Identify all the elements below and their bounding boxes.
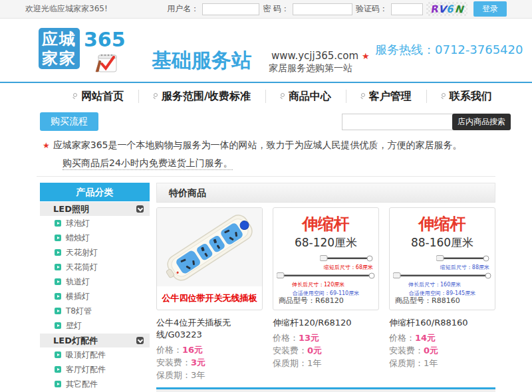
intro-line1: 应城家家365是一个本地购物与服务为一体的网站，致力于为应城人民提供优质，方便的… bbox=[53, 140, 462, 150]
special-products-row: 公牛四位带开关无线插板 公牛4位开关插板无线/G03223 价格：16元 安装费… bbox=[156, 207, 495, 381]
product-warranty-line: 保质期：3年 bbox=[156, 369, 263, 381]
captcha-image[interactable]: RV6N bbox=[426, 2, 467, 16]
product-warranty-line: 保质期：1年 bbox=[273, 357, 379, 369]
long-rod-image bbox=[277, 272, 375, 280]
short-rod-image bbox=[320, 254, 373, 262]
product-title[interactable]: 公牛4位开关插板无线/G03223 bbox=[156, 317, 263, 341]
price-value: 14元 bbox=[415, 333, 436, 343]
sidebar-item-livingroom-acc[interactable]: 客厅灯配件 bbox=[40, 362, 150, 377]
sidebar-item-candle[interactable]: 蜡烛灯 bbox=[40, 231, 150, 245]
product-image-card[interactable]: 公牛四位带开关无线插板 bbox=[156, 207, 263, 310]
welcome-text: 欢迎光临应城家家365! bbox=[25, 3, 108, 15]
site-logo[interactable]: 应城 家家 bbox=[39, 28, 80, 69]
arrow-right-icon bbox=[55, 351, 61, 358]
product-card-rod-120[interactable]: 伸缩杆 68-120厘米 缩短后尺寸：68厘米 bbox=[273, 207, 379, 381]
intro-line2: 购买商品后24小时内免费送货上门服务。 bbox=[63, 157, 233, 170]
sidebar-item-horizontal[interactable]: 横插灯 bbox=[40, 289, 150, 304]
warranty-value: 1年 bbox=[307, 358, 321, 368]
warranty-value: 1年 bbox=[424, 358, 438, 368]
nav-item-contact[interactable]: 联系我们 bbox=[427, 90, 507, 104]
sidebar-item-t8-tube[interactable]: T8灯管 bbox=[40, 304, 150, 318]
product-card-socket[interactable]: 公牛四位带开关无线插板 公牛4位开关插板无线/G03223 价格：16元 安装费… bbox=[156, 207, 263, 381]
main-area: 特价商品 bbox=[156, 183, 495, 392]
service-hotline: 服务热线：0712-3765420 bbox=[375, 42, 523, 58]
site-slogan: 家居服务选购第一站 bbox=[269, 62, 352, 74]
arrow-right-icon bbox=[55, 264, 61, 270]
new-arrivals-header: 新品上架 更多 › bbox=[156, 389, 495, 392]
short-size-label: 缩短后尺寸：68厘米 bbox=[324, 264, 373, 271]
sidebar-group-led-lighting[interactable]: LED照明 bbox=[40, 202, 150, 216]
power-strip-image bbox=[157, 208, 262, 286]
sidebar-group-led-accessories[interactable]: LED灯配件 bbox=[40, 334, 150, 347]
short-size-label: 缩短后尺寸：88厘米 bbox=[440, 264, 489, 271]
site-url: www.ycjj365.com★ bbox=[271, 50, 370, 62]
buy-process-button[interactable]: 购买流程 bbox=[40, 112, 98, 131]
product-install-line: 安装费：0元 bbox=[273, 344, 379, 357]
sidebar-item-downlight[interactable]: 天花筒灯 bbox=[40, 260, 150, 274]
rod-diagram: 缩短后尺寸：88厘米 伸长后尺寸：160厘米 合适使用空间：89-145厘米 bbox=[390, 253, 495, 296]
captcha-input[interactable] bbox=[391, 3, 423, 15]
price-value: 13元 bbox=[299, 333, 319, 343]
nav-item-services[interactable]: 服务范围/收费标准 bbox=[139, 90, 265, 104]
password-input[interactable] bbox=[293, 3, 352, 15]
pin-icon bbox=[442, 93, 446, 97]
product-card-rod-160[interactable]: 伸缩杆 88-160厘米 缩短后尺寸：88厘米 bbox=[389, 207, 495, 381]
arrow-right-icon bbox=[55, 235, 61, 241]
arrow-right-icon bbox=[55, 278, 61, 285]
price-value: 16元 bbox=[182, 345, 203, 355]
login-button[interactable]: 登录 bbox=[473, 1, 507, 17]
sidebar-item-ceiling-spot[interactable]: 天花射灯 bbox=[40, 245, 150, 260]
model-number: 商品型号：R68120 bbox=[279, 296, 344, 306]
site-header: 应城 家家 365 基础服务站 www.ycjj365.com★ 家居服务选购第… bbox=[0, 19, 532, 83]
calendar-check-icon bbox=[92, 50, 120, 77]
nav-item-products[interactable]: 商品中心 bbox=[266, 90, 346, 104]
search-input[interactable] bbox=[342, 115, 452, 129]
search-button[interactable]: 店内商品搜索 bbox=[452, 114, 511, 130]
arrow-right-icon bbox=[55, 293, 61, 300]
product-title[interactable]: 伸缩杆160/R88160 bbox=[389, 317, 495, 329]
sidebar-item-other-acc[interactable]: 其它配件 bbox=[40, 377, 150, 391]
sidebar-item-track[interactable]: 轨道灯 bbox=[40, 274, 150, 289]
pin-icon bbox=[154, 93, 158, 97]
sidebar-title: 产品分类 bbox=[40, 183, 150, 201]
chevron-down-icon bbox=[136, 205, 144, 213]
main-nav: 网站首页 服务范围/收费标准 商品中心 客户管理 联系我们 bbox=[0, 83, 532, 110]
product-install-line: 安装费：3元 bbox=[156, 356, 263, 369]
login-area: 用户名： 密 码： 验证码： RV6N 登录 bbox=[167, 1, 507, 17]
sidebar-item-wall-lamp[interactable]: 壁灯 bbox=[40, 318, 150, 333]
special-products-header: 特价商品 bbox=[156, 183, 495, 203]
long-size-label: 伸长后尺寸：120厘米 bbox=[292, 281, 344, 288]
product-price-line: 价格：16元 bbox=[156, 343, 263, 356]
warranty-value: 3年 bbox=[191, 370, 205, 380]
nav-item-customers[interactable]: 客户管理 bbox=[346, 90, 426, 104]
sidebar-item-bulb[interactable]: 球泡灯 bbox=[40, 216, 150, 231]
long-size-label: 伸长后尺寸：160厘米 bbox=[408, 281, 461, 288]
rod-range: 88-160厘米 bbox=[390, 235, 495, 250]
arrow-right-icon bbox=[55, 220, 61, 227]
logo-365-text: 365 bbox=[84, 28, 126, 51]
rod-range: 68-120厘米 bbox=[273, 235, 378, 250]
install-fee-value: 0元 bbox=[307, 345, 322, 355]
product-install-line: 安装费：0元 bbox=[389, 344, 495, 357]
short-rod-image bbox=[436, 254, 489, 262]
long-rod-image bbox=[393, 272, 491, 280]
nav-item-home[interactable]: 网站首页 bbox=[59, 90, 138, 104]
product-title[interactable]: 伸缩杆120/R68120 bbox=[273, 317, 379, 329]
product-category-sidebar: 产品分类 LED照明 球泡灯 蜡烛灯 天花射灯 天花筒灯 轨道灯 横插灯 T8灯… bbox=[40, 183, 150, 392]
site-intro: ★应城家家365是一个本地购物与服务为一体的网站，致力于为应城人民提供优质，方便… bbox=[0, 136, 532, 171]
username-input[interactable] bbox=[202, 3, 259, 15]
install-fee-value: 3元 bbox=[191, 357, 205, 367]
rod-heading: 伸缩杆 bbox=[390, 213, 495, 235]
product-image-caption: 公牛四位带开关无线插板 bbox=[157, 292, 262, 304]
content-area: 产品分类 LED照明 球泡灯 蜡烛灯 天花射灯 天花筒灯 轨道灯 横插灯 T8灯… bbox=[0, 177, 532, 392]
arrow-right-icon bbox=[55, 366, 61, 373]
username-label: 用户名： bbox=[167, 3, 199, 15]
toolbar-row: 购买流程 店内商品搜索 bbox=[0, 110, 532, 135]
product-price-line: 价格：14元 bbox=[389, 332, 495, 344]
product-warranty-line: 保质期：1年 bbox=[389, 357, 495, 369]
arrow-right-icon bbox=[55, 249, 61, 256]
product-image-card[interactable]: 伸缩杆 68-120厘米 缩短后尺寸：68厘米 bbox=[273, 207, 379, 310]
sidebar-item-ceiling-acc[interactable]: 吸顶灯配件 bbox=[40, 347, 150, 362]
chevron-down-icon bbox=[136, 337, 144, 344]
product-image-card[interactable]: 伸缩杆 88-160厘米 缩短后尺寸：88厘米 bbox=[389, 207, 495, 310]
